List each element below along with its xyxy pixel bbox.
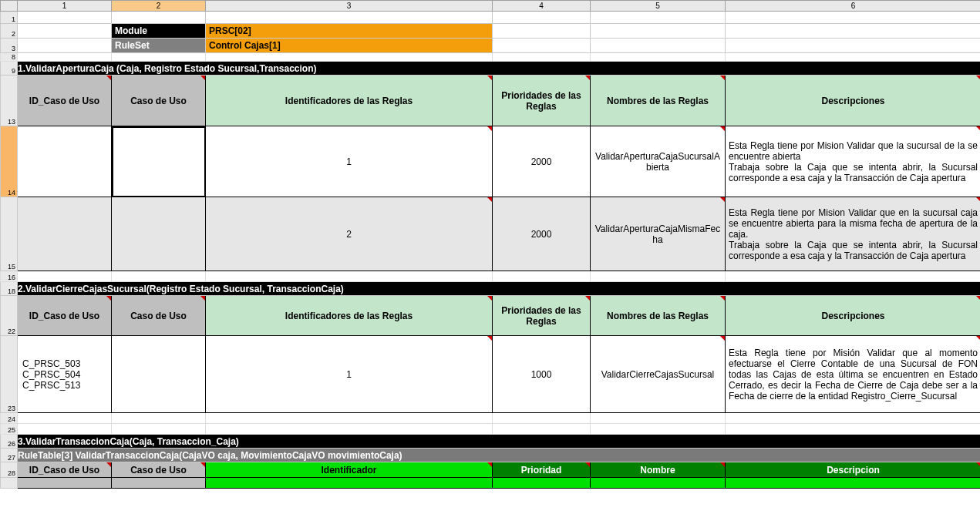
cell-id-caso: C_PRSC_503 C_PRSC_504 C_PRSC_513 <box>18 357 111 392</box>
module-label: Module <box>112 24 205 38</box>
hdr-caso: Caso de Uso <box>112 309 205 323</box>
row-spacer[interactable]: 8 <box>1 53 981 62</box>
section3-subtitle-row[interactable]: 27 RuleTable[3] ValidarTransaccionCaja(C… <box>1 449 981 462</box>
section3-title-row[interactable]: 26 3.ValidarTransaccionCaja(Caja, Transa… <box>1 435 981 449</box>
hdr-prioridades: Prioridades de las Reglas <box>493 89 590 113</box>
row-header[interactable]: 27 <box>1 449 18 462</box>
row-header[interactable]: 9 <box>1 62 18 76</box>
col-header-2[interactable]: 2 <box>112 1 206 12</box>
row-module[interactable]: 2 Module PRSC[02] <box>1 24 981 39</box>
hdr-id-caso: ID_Caso de Uso <box>18 94 111 108</box>
cell-nombre: ValidarAperturaCajaSucursalAbierta <box>591 150 725 174</box>
cell-identificador: 1 <box>206 155 492 169</box>
row-header[interactable]: 16 <box>1 271 18 282</box>
cell-prioridad: 1000 <box>493 368 590 381</box>
hdr-caso: Caso de Uso <box>112 94 205 108</box>
section1-row-2[interactable]: 15 2 2000 ValidarAperturaCajaMismaFecha … <box>1 197 981 271</box>
hdr-id-caso: ID_Caso de Uso <box>18 309 111 323</box>
cell-descripcion: Esta Regla tiene por Mision Validar que … <box>726 206 980 263</box>
row-spacer[interactable]: 16 <box>1 271 981 282</box>
row-header[interactable]: 26 <box>1 435 18 449</box>
cell-prioridad: 2000 <box>493 227 590 241</box>
row-header[interactable]: 23 <box>1 336 18 413</box>
hdr-descripciones: Descripciones <box>726 309 980 323</box>
row-header[interactable]: 1 <box>1 12 18 24</box>
cell-nombre: ValidarCierreCajasSucursal <box>591 368 725 381</box>
hdr-nombres: Nombres de las Reglas <box>591 309 725 323</box>
section2-title: 2.ValidarCierreCajasSucursal(Registro Es… <box>18 284 344 294</box>
hdr-prioridad: Prioridad <box>493 463 590 477</box>
row-ruleset[interactable]: 3 RuleSet Control Cajas[1] <box>1 39 981 53</box>
row-header[interactable]: 28 <box>1 462 18 478</box>
section1-title: 1.ValidarAperturaCaja (Caja, Registro Es… <box>18 63 316 74</box>
row-header[interactable]: 3 <box>1 39 18 53</box>
section1-headers[interactable]: 13 ID_Caso de Uso Caso de Uso Identifica… <box>1 76 981 126</box>
section2-headers[interactable]: 22 ID_Caso de Uso Caso de Uso Identifica… <box>1 296 981 336</box>
section2-title-row[interactable]: 18 2.ValidarCierreCajasSucursal(Registro… <box>1 282 981 296</box>
row-header[interactable]: 8 <box>1 53 18 62</box>
row-header[interactable]: 24 <box>1 413 18 424</box>
hdr-nombres: Nombres de las Reglas <box>591 94 725 108</box>
hdr-id-caso: ID_Caso de Uso <box>18 463 111 477</box>
cell-identificador: 1 <box>206 368 492 381</box>
hdr-identificador: Identificador <box>206 463 492 477</box>
row-1[interactable]: 1 <box>1 12 981 24</box>
cell-identificador: 2 <box>206 227 492 241</box>
section2-row-1[interactable]: 23 C_PRSC_503 C_PRSC_504 C_PRSC_513 1 10… <box>1 336 981 413</box>
row-spacer[interactable]: 24 <box>1 413 981 424</box>
section1-row-1[interactable]: 14 1 2000 ValidarAperturaCajaSucursalAbi… <box>1 126 981 197</box>
col-header-4[interactable]: 4 <box>493 1 591 12</box>
hdr-prioridades: Prioridades de las Reglas <box>493 304 590 328</box>
section1-title-row[interactable]: 9 1.ValidarAperturaCaja (Caja, Registro … <box>1 62 981 76</box>
column-header-row[interactable]: 1 2 3 4 5 6 <box>1 1 981 12</box>
row-header[interactable]: 14 <box>1 126 18 197</box>
section3-title: 3.ValidarTransaccionCaja(Caja, Transacci… <box>18 436 239 447</box>
col-header-6[interactable]: 6 <box>726 1 981 12</box>
row-header[interactable]: 18 <box>1 282 18 296</box>
section3-headers[interactable]: 28 ID_Caso de Uso Caso de Uso Identifica… <box>1 462 981 478</box>
cell-nombre: ValidarAperturaCajaMismaFecha <box>591 222 725 247</box>
section3-overflow[interactable] <box>1 478 981 489</box>
select-all-corner[interactable] <box>1 1 18 12</box>
row-spacer[interactable]: 25 <box>1 424 981 435</box>
row-header[interactable]: 22 <box>1 296 18 336</box>
col-header-5[interactable]: 5 <box>591 1 726 12</box>
selected-cell[interactable] <box>112 126 206 197</box>
section3-subtitle: RuleTable[3] ValidarTransaccionCaja(Caja… <box>18 450 402 461</box>
module-value: PRSC[02] <box>206 24 492 38</box>
row-header[interactable]: 25 <box>1 424 18 435</box>
hdr-identificadores: Identificadores de las Reglas <box>206 309 492 323</box>
col-header-1[interactable]: 1 <box>18 1 112 12</box>
ruleset-label: RuleSet <box>112 39 205 52</box>
hdr-identificadores: Identificadores de las Reglas <box>206 94 492 108</box>
hdr-nombre: Nombre <box>591 463 725 477</box>
row-header[interactable]: 15 <box>1 197 18 271</box>
spreadsheet-grid[interactable]: 1 2 3 4 5 6 1 2 Module PRSC[02] 3 RuleSe… <box>0 0 980 489</box>
col-header-3[interactable]: 3 <box>206 1 493 12</box>
cell-descripcion: Esta Regla tiene por Misión Validar que … <box>726 346 980 403</box>
row-header[interactable]: 13 <box>1 76 18 126</box>
row-header[interactable]: 2 <box>1 24 18 39</box>
hdr-descripcion: Descripcion <box>726 463 980 477</box>
hdr-descripciones: Descripciones <box>726 94 980 108</box>
cell-descripcion: Esta Regla tiene por Mision Validar que … <box>726 139 980 185</box>
ruleset-value: Control Cajas[1] <box>206 39 492 52</box>
cell-prioridad: 2000 <box>493 155 590 169</box>
hdr-caso: Caso de Uso <box>112 463 205 477</box>
